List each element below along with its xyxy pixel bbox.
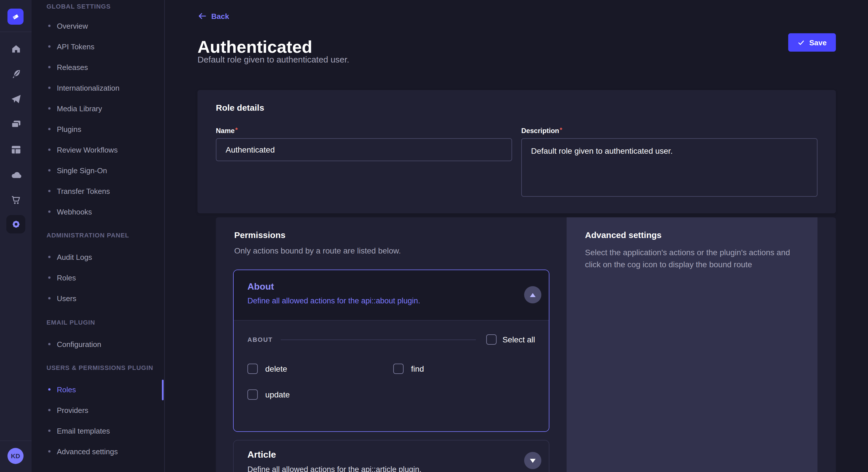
bullet-icon [48,66,51,68]
sidebar-item-label: Review Workflows [57,145,118,154]
bullet-icon [48,256,51,258]
accordion-about-title: About [247,281,274,292]
name-input[interactable] [216,138,512,161]
expand-button[interactable] [524,452,541,469]
update-label: update [265,390,290,399]
accordion-article-title: Article [247,450,276,460]
advanced-settings-title: Advanced settings [585,230,662,240]
sidebar-item-label: Email templates [57,427,110,435]
bullet-icon [48,297,51,299]
chevron-down-icon [530,459,536,463]
bullet-icon [48,25,51,27]
accordion-about-header[interactable]: About Define all allowed actions for the… [234,270,549,320]
back-link[interactable]: Back [197,11,229,21]
cloud-icon[interactable] [0,168,32,182]
bullet-icon [48,169,51,171]
main-nav-rail: KD [0,0,32,472]
sidebar-item-providers[interactable]: Providers [32,400,164,420]
sidebar-item-admin-roles[interactable]: Roles [32,267,164,288]
delete-label: delete [265,364,287,373]
marketplace-cart-icon[interactable] [0,193,32,207]
update-checkbox[interactable] [247,390,258,400]
sidebar-item-label: API Tokens [57,42,94,51]
sidebar-item-configuration[interactable]: Configuration [32,334,164,355]
delete-checkbox[interactable] [247,364,258,374]
sidebar-item-media-library[interactable]: Media Library [32,98,164,119]
sidebar-item-up-advanced-settings[interactable]: Advanced settings [32,441,164,462]
required-asterisk: * [560,126,562,133]
sidebar-item-plugins[interactable]: Plugins [32,119,164,139]
sidebar-item-webhooks[interactable]: Webhooks [32,201,164,222]
sidebar-item-internationalization[interactable]: Internationalization [32,77,164,98]
sidebar-item-label: Webhooks [57,207,92,216]
strapi-logo-icon [10,11,21,22]
advanced-settings-description: Select the application's actions or the … [585,247,796,271]
check-icon [797,39,805,46]
section-title-users-permissions-plugin: USERS & PERMISSIONS PLUGIN [32,363,164,372]
bullet-icon [48,87,51,89]
content-manager-icon[interactable] [0,143,32,157]
sidebar-item-api-tokens[interactable]: API Tokens [32,36,164,57]
send-icon[interactable] [0,92,32,106]
sidebar-item-label: Roles [57,385,76,394]
sidebar-item-label: Users [57,294,76,303]
sidebar-item-label: Plugins [57,125,81,133]
sidebar-item-label: Internationalization [57,83,119,92]
active-item-indicator [162,380,164,400]
strapi-logo[interactable] [7,9,24,25]
description-textarea[interactable] [521,138,817,197]
find-checkbox[interactable] [393,364,404,374]
home-icon[interactable] [0,42,32,56]
sidebar-item-label: Media Library [57,104,102,113]
settings-subnav: GLOBAL SETTINGS Overview API Tokens Rele… [32,0,165,472]
bullet-icon [48,107,51,109]
sidebar-item-label: Providers [57,406,88,414]
permissions-card: Permissions Only actions bound by a rout… [216,217,836,472]
sidebar-item-review-workflows[interactable]: Review Workflows [32,139,164,160]
section-title-global-settings: GLOBAL SETTINGS [32,2,164,11]
main-content: Back Authenticated Default role given to… [165,0,868,472]
strapi-settings-page: KD GLOBAL SETTINGS Overview API Tokens R… [0,0,868,472]
section-title-administration-panel: ADMINISTRATION PANEL [32,231,164,240]
sidebar-item-email-templates[interactable]: Email templates [32,420,164,441]
description-label: Description* [521,126,817,135]
sidebar-item-transfer-tokens[interactable]: Transfer Tokens [32,181,164,201]
accordion-article-subtitle: Define all allowed actions for the api::… [247,465,422,472]
sidebar-item-releases[interactable]: Releases [32,57,164,77]
save-button[interactable]: Save [788,33,836,52]
sidebar-item-up-roles[interactable]: Roles [32,379,164,400]
media-library-icon[interactable] [0,117,32,131]
page-subtitle: Default role given to authenticated user… [197,55,349,64]
role-details-card: Role details Name* Description* [197,90,836,213]
accordion-about-body: ABOUT Select all delete [234,320,549,432]
back-label: Back [211,12,229,20]
description-field-group: Description* [521,126,817,199]
name-label: Name* [216,126,512,135]
name-field-group: Name* [216,126,512,199]
sidebar-item-admin-users[interactable]: Users [32,288,164,308]
collapse-button[interactable] [524,286,541,303]
bullet-icon [48,210,51,213]
gear-icon [9,218,22,231]
bullet-icon [48,128,51,130]
sidebar-item-audit-logs[interactable]: Audit Logs [32,247,164,267]
sidebar-item-label: Single Sign-On [57,166,107,175]
role-details-title: Role details [216,103,817,113]
bullet-icon [48,409,51,411]
select-all-label: Select all [502,335,535,344]
bullet-icon [48,430,51,432]
sidebar-item-single-sign-on[interactable]: Single Sign-On [32,160,164,181]
sidebar-item-overview[interactable]: Overview [32,15,164,36]
accordion-about: About Define all allowed actions for the… [233,270,549,432]
sidebar-item-label: Releases [57,63,88,71]
user-avatar[interactable]: KD [7,448,24,464]
content-type-builder-icon[interactable] [0,67,32,81]
sidebar-item-label: Transfer Tokens [57,187,110,195]
required-asterisk: * [235,126,238,133]
select-all-checkbox[interactable] [486,334,497,345]
permissions-panel: Permissions Only actions bound by a rout… [216,217,567,472]
rail-divider [0,32,32,32]
permissions-subtitle: Only actions bound by a route are listed… [234,246,401,255]
accordion-article[interactable]: Article Define all allowed actions for t… [233,440,549,472]
settings-nav-active-tile[interactable] [6,215,25,233]
